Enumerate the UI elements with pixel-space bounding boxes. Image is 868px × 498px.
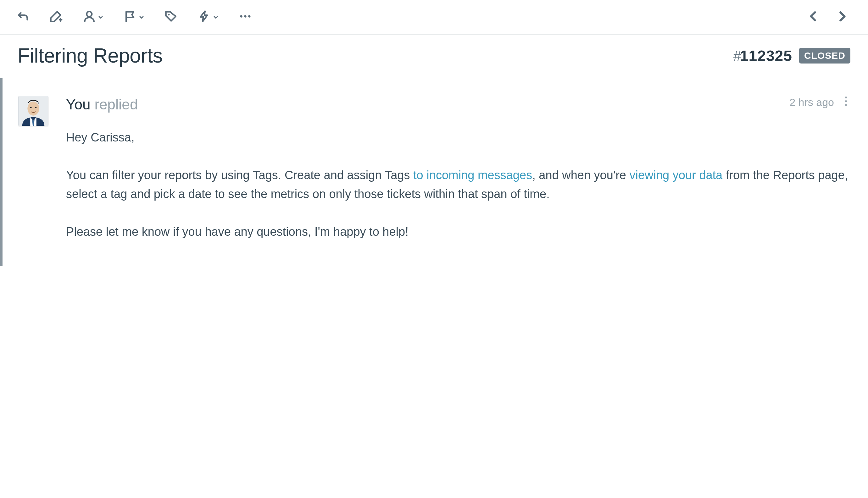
svg-point-3: [244, 15, 246, 17]
author-action: replied: [94, 96, 138, 113]
message-header-right: 2 hrs ago: [789, 96, 849, 109]
message-header: You replied 2 hrs ago: [66, 96, 849, 113]
text-segment: You can filter your reports by using Tag…: [66, 169, 413, 182]
svg-point-10: [845, 100, 847, 102]
back-button[interactable]: [16, 10, 29, 25]
person-icon: [82, 10, 96, 25]
chevron-down-icon: [98, 13, 104, 23]
ticket-title: Filtering Reports: [17, 44, 163, 67]
ticket-id: # 112325: [733, 47, 792, 64]
svg-point-1: [168, 14, 170, 16]
avatar-image: [18, 96, 48, 126]
flag-button[interactable]: [123, 10, 145, 25]
prev-button[interactable]: [806, 10, 820, 25]
tag-icon: [164, 10, 178, 25]
toolbar-left-group: [16, 10, 252, 25]
svg-point-8: [35, 107, 37, 108]
message-closing: Please let me know if you have any quest…: [66, 222, 849, 241]
compose-button[interactable]: [49, 10, 63, 25]
chevron-right-icon: [835, 10, 849, 25]
chevron-down-icon: [212, 13, 219, 23]
message: You replied 2 hrs ago Hey Carissa, You c…: [18, 96, 849, 241]
message-menu-button[interactable]: [843, 96, 849, 109]
svg-point-6: [27, 102, 39, 116]
toolbar: [0, 0, 868, 35]
message-paragraph-1: You can filter your reports by using Tag…: [66, 166, 849, 204]
message-body: You replied 2 hrs ago Hey Carissa, You c…: [66, 96, 849, 241]
message-timestamp: 2 hrs ago: [789, 96, 834, 108]
tag-button[interactable]: [164, 10, 178, 25]
flag-icon: [123, 10, 137, 25]
author-name: You: [66, 96, 91, 113]
message-thread: You replied 2 hrs ago Hey Carissa, You c…: [0, 78, 868, 266]
back-arrow-icon: [16, 10, 29, 25]
workflow-button[interactable]: [197, 10, 219, 25]
assign-button[interactable]: [82, 10, 104, 25]
lightning-icon: [197, 10, 211, 25]
message-author: You replied: [66, 96, 138, 113]
chevron-down-icon: [138, 13, 145, 23]
toolbar-right-group: [806, 10, 849, 25]
more-horizontal-icon: [238, 10, 252, 25]
chevron-left-icon: [806, 10, 820, 25]
text-segment: , and when you're: [532, 169, 629, 182]
pencil-plus-icon: [49, 10, 63, 25]
svg-point-2: [240, 15, 243, 17]
ticket-number: 112325: [740, 48, 792, 64]
message-greeting: Hey Carissa,: [66, 128, 849, 147]
svg-point-4: [248, 15, 250, 17]
next-button[interactable]: [835, 10, 849, 25]
more-vertical-icon: [845, 99, 847, 108]
link-viewing-data[interactable]: viewing your data: [629, 169, 722, 182]
more-button[interactable]: [238, 10, 252, 25]
ticket-meta: # 112325 CLOSED: [733, 47, 851, 64]
link-incoming-messages[interactable]: to incoming messages: [413, 169, 532, 182]
title-bar: Filtering Reports # 112325 CLOSED: [0, 35, 868, 78]
svg-point-9: [845, 96, 847, 99]
svg-point-7: [30, 107, 32, 108]
svg-point-0: [87, 11, 92, 16]
message-content: Hey Carissa, You can filter your reports…: [66, 128, 849, 241]
status-badge: CLOSED: [799, 48, 851, 64]
avatar[interactable]: [18, 96, 49, 126]
svg-point-11: [845, 104, 847, 106]
